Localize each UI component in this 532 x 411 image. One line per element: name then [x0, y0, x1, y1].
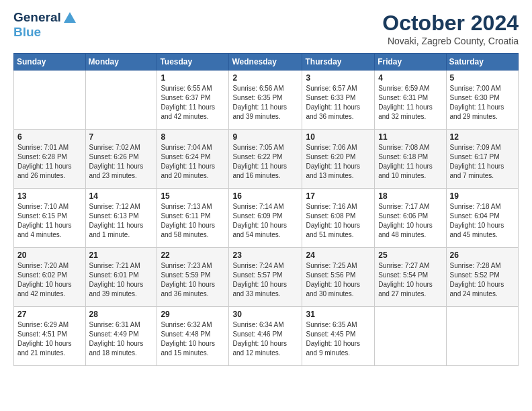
- day-info: Sunrise: 7:05 AM Sunset: 6:22 PM Dayligh…: [232, 143, 298, 181]
- logo-blue: Blue: [13, 26, 77, 40]
- day-info: Sunrise: 7:27 AM Sunset: 5:54 PM Dayligh…: [378, 261, 442, 299]
- day-number: 28: [89, 310, 154, 319]
- day-info: Sunrise: 7:24 AM Sunset: 5:57 PM Dayligh…: [232, 261, 298, 299]
- day-info: Sunrise: 6:32 AM Sunset: 4:48 PM Dayligh…: [161, 320, 225, 358]
- calendar-cell: 15Sunrise: 7:13 AM Sunset: 6:11 PM Dayli…: [157, 189, 229, 248]
- calendar-cell: 21Sunrise: 7:21 AM Sunset: 6:01 PM Dayli…: [85, 248, 157, 307]
- calendar-cell: 3Sunrise: 6:57 AM Sunset: 6:33 PM Daylig…: [302, 71, 375, 130]
- day-number: 8: [161, 132, 225, 142]
- calendar-cell: 29Sunrise: 6:32 AM Sunset: 4:48 PM Dayli…: [157, 307, 229, 366]
- day-info: Sunrise: 6:34 AM Sunset: 4:46 PM Dayligh…: [232, 320, 298, 358]
- day-number: 29: [161, 310, 225, 319]
- col-tuesday: Tuesday: [157, 54, 229, 71]
- day-info: Sunrise: 7:04 AM Sunset: 6:24 PM Dayligh…: [161, 143, 225, 181]
- col-wednesday: Wednesday: [229, 54, 302, 71]
- calendar-cell: 12Sunrise: 7:09 AM Sunset: 6:17 PM Dayli…: [446, 130, 518, 189]
- day-info: Sunrise: 7:10 AM Sunset: 6:15 PM Dayligh…: [17, 202, 82, 240]
- day-info: Sunrise: 7:17 AM Sunset: 6:06 PM Dayligh…: [378, 202, 442, 240]
- day-info: Sunrise: 6:35 AM Sunset: 4:45 PM Dayligh…: [306, 320, 371, 358]
- day-info: Sunrise: 6:56 AM Sunset: 6:35 PM Dayligh…: [232, 84, 298, 122]
- day-info: Sunrise: 7:06 AM Sunset: 6:20 PM Dayligh…: [306, 143, 371, 181]
- day-number: 25: [378, 250, 442, 260]
- logo-icon: [62, 11, 77, 26]
- day-info: Sunrise: 7:25 AM Sunset: 5:56 PM Dayligh…: [306, 261, 371, 299]
- calendar-cell: 28Sunrise: 6:31 AM Sunset: 4:49 PM Dayli…: [85, 307, 157, 366]
- day-info: Sunrise: 7:28 AM Sunset: 5:52 PM Dayligh…: [450, 261, 515, 299]
- day-number: 13: [17, 191, 82, 201]
- calendar-cell: 10Sunrise: 7:06 AM Sunset: 6:20 PM Dayli…: [302, 130, 375, 189]
- calendar-cell: 8Sunrise: 7:04 AM Sunset: 6:24 PM Daylig…: [157, 130, 229, 189]
- day-info: Sunrise: 7:01 AM Sunset: 6:28 PM Dayligh…: [17, 143, 82, 181]
- col-friday: Friday: [375, 54, 446, 71]
- title-block: October 2024 Novaki, Zagreb County, Croa…: [382, 11, 519, 46]
- calendar-cell: 14Sunrise: 7:12 AM Sunset: 6:13 PM Dayli…: [85, 189, 157, 248]
- calendar-cell: 30Sunrise: 6:34 AM Sunset: 4:46 PM Dayli…: [229, 307, 302, 366]
- calendar-cell: 2Sunrise: 6:56 AM Sunset: 6:35 PM Daylig…: [229, 71, 302, 130]
- day-number: 22: [161, 250, 225, 260]
- day-number: 6: [17, 132, 82, 142]
- day-number: 1: [161, 73, 225, 83]
- calendar-cell: 16Sunrise: 7:14 AM Sunset: 6:09 PM Dayli…: [229, 189, 302, 248]
- day-number: 12: [450, 132, 515, 142]
- calendar-cell: 11Sunrise: 7:08 AM Sunset: 6:18 PM Dayli…: [375, 130, 446, 189]
- day-number: 16: [232, 191, 298, 201]
- calendar-cell: 25Sunrise: 7:27 AM Sunset: 5:54 PM Dayli…: [375, 248, 446, 307]
- day-info: Sunrise: 6:29 AM Sunset: 4:51 PM Dayligh…: [17, 320, 82, 358]
- day-number: 14: [89, 191, 154, 201]
- col-sunday: Sunday: [14, 54, 86, 71]
- day-number: 17: [306, 191, 371, 201]
- day-number: 23: [232, 250, 298, 260]
- day-info: Sunrise: 7:14 AM Sunset: 6:09 PM Dayligh…: [232, 202, 298, 240]
- calendar-cell: [14, 71, 86, 130]
- calendar-cell: [446, 307, 518, 366]
- calendar-cell: [85, 71, 157, 130]
- calendar-cell: 27Sunrise: 6:29 AM Sunset: 4:51 PM Dayli…: [14, 307, 86, 366]
- calendar-cell: 17Sunrise: 7:16 AM Sunset: 6:08 PM Dayli…: [302, 189, 375, 248]
- day-number: 10: [306, 132, 371, 142]
- calendar-cell: 7Sunrise: 7:02 AM Sunset: 6:26 PM Daylig…: [85, 130, 157, 189]
- calendar-cell: 6Sunrise: 7:01 AM Sunset: 6:28 PM Daylig…: [14, 130, 86, 189]
- day-number: 30: [232, 310, 298, 319]
- calendar-table: Sunday Monday Tuesday Wednesday Thursday…: [13, 53, 519, 366]
- calendar-row: 1Sunrise: 6:55 AM Sunset: 6:37 PM Daylig…: [14, 71, 519, 130]
- day-number: 24: [306, 250, 371, 260]
- day-number: 11: [378, 132, 442, 142]
- day-number: 20: [17, 250, 82, 260]
- day-number: 21: [89, 250, 154, 260]
- calendar-row: 27Sunrise: 6:29 AM Sunset: 4:51 PM Dayli…: [14, 307, 519, 366]
- col-saturday: Saturday: [446, 54, 518, 71]
- day-info: Sunrise: 6:55 AM Sunset: 6:37 PM Dayligh…: [161, 84, 225, 122]
- svg-marker-0: [64, 12, 76, 23]
- day-number: 4: [378, 73, 442, 83]
- page-header: General Blue October 2024 Novaki, Zagreb…: [13, 11, 519, 46]
- calendar-cell: 18Sunrise: 7:17 AM Sunset: 6:06 PM Dayli…: [375, 189, 446, 248]
- calendar-row: 13Sunrise: 7:10 AM Sunset: 6:15 PM Dayli…: [14, 189, 519, 248]
- day-number: 9: [232, 132, 298, 142]
- location: Novaki, Zagreb County, Croatia: [382, 36, 519, 46]
- day-info: Sunrise: 7:12 AM Sunset: 6:13 PM Dayligh…: [89, 202, 154, 240]
- calendar-cell: 5Sunrise: 7:00 AM Sunset: 6:30 PM Daylig…: [446, 71, 518, 130]
- calendar-header-row: Sunday Monday Tuesday Wednesday Thursday…: [14, 54, 519, 71]
- day-number: 15: [161, 191, 225, 201]
- col-monday: Monday: [85, 54, 157, 71]
- calendar-cell: 24Sunrise: 7:25 AM Sunset: 5:56 PM Dayli…: [302, 248, 375, 307]
- day-info: Sunrise: 7:21 AM Sunset: 6:01 PM Dayligh…: [89, 261, 154, 299]
- calendar-cell: 31Sunrise: 6:35 AM Sunset: 4:45 PM Dayli…: [302, 307, 375, 366]
- calendar-cell: 23Sunrise: 7:24 AM Sunset: 5:57 PM Dayli…: [229, 248, 302, 307]
- day-info: Sunrise: 7:18 AM Sunset: 6:04 PM Dayligh…: [450, 202, 515, 240]
- day-info: Sunrise: 7:16 AM Sunset: 6:08 PM Dayligh…: [306, 202, 371, 240]
- logo-text: General: [13, 11, 77, 26]
- day-info: Sunrise: 7:02 AM Sunset: 6:26 PM Dayligh…: [89, 143, 154, 181]
- calendar-cell: 19Sunrise: 7:18 AM Sunset: 6:04 PM Dayli…: [446, 189, 518, 248]
- day-number: 26: [450, 250, 515, 260]
- day-info: Sunrise: 7:09 AM Sunset: 6:17 PM Dayligh…: [450, 143, 515, 181]
- calendar-cell: 26Sunrise: 7:28 AM Sunset: 5:52 PM Dayli…: [446, 248, 518, 307]
- day-number: 7: [89, 132, 154, 142]
- calendar-row: 6Sunrise: 7:01 AM Sunset: 6:28 PM Daylig…: [14, 130, 519, 189]
- day-info: Sunrise: 7:20 AM Sunset: 6:02 PM Dayligh…: [17, 261, 82, 299]
- day-number: 19: [450, 191, 515, 201]
- day-number: 31: [306, 310, 371, 319]
- day-number: 5: [450, 73, 515, 83]
- day-info: Sunrise: 7:00 AM Sunset: 6:30 PM Dayligh…: [450, 84, 515, 122]
- calendar-cell: 13Sunrise: 7:10 AM Sunset: 6:15 PM Dayli…: [14, 189, 86, 248]
